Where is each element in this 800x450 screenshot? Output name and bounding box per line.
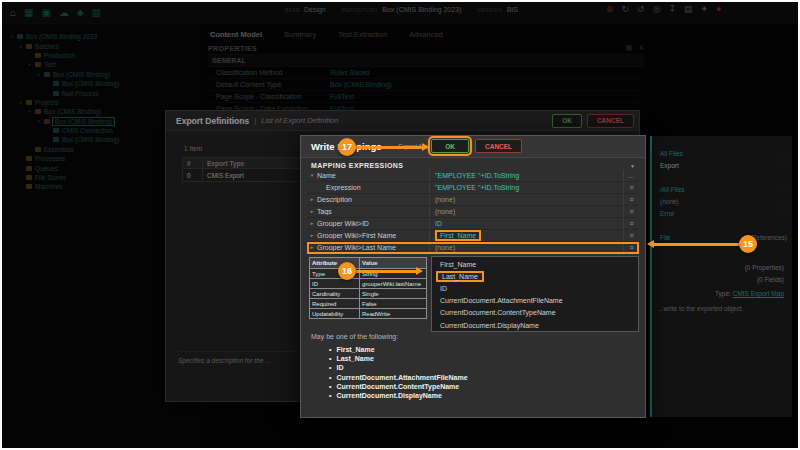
- ellipsis-icon[interactable]: …: [623, 170, 639, 181]
- help-item: CurrentDocument.AttachmentFileName: [329, 373, 468, 382]
- mapping-row-expression[interactable]: Expression "EMPLOYEE "+ID.ToString ≡: [307, 182, 639, 194]
- attribute-grid-row: Cardinality Single: [310, 288, 426, 298]
- attribute-grid-row: Required False: [310, 298, 426, 308]
- menu-icon[interactable]: ≡: [623, 230, 639, 241]
- expander-icon[interactable]: ►: [307, 245, 317, 250]
- help-item: CurrentDocument.ContentTypeName: [329, 382, 468, 391]
- callout-15-arrow: [654, 243, 739, 246]
- attribute-grid-header: Attribute Value: [310, 258, 426, 268]
- callout-16-arrowhead: [416, 267, 423, 275]
- help-item: First_Name: [329, 345, 468, 354]
- callout-15-arrowhead: [647, 240, 654, 248]
- mapping-value[interactable]: (none): [435, 208, 455, 215]
- grid-cell: grooperWiki.lastName: [360, 279, 426, 288]
- help-item: Last_Name: [329, 354, 468, 363]
- dropdown-item-label: CurrentDocument.ContentTypeName: [440, 309, 556, 316]
- callout-16-arrow: [356, 270, 416, 273]
- dropdown-item[interactable]: CurrentDocument.AttachmentFileName: [432, 295, 638, 307]
- dropdown-item-label: CurrentDocument.AttachmentFileName: [440, 297, 563, 304]
- mapping-label: Expression: [317, 184, 429, 191]
- mapping-label: Name: [317, 172, 429, 179]
- mapping-expressions-header[interactable]: MAPPING EXPRESSIONS ▼: [311, 162, 635, 169]
- grid-cell: Single: [360, 289, 426, 298]
- mapping-label: Grooper Wiki>First Name: [317, 232, 429, 239]
- mapping-row-description[interactable]: ► Description (none) ≡: [307, 194, 639, 206]
- grooper-window: ⌂ ▦ ▣ ☁ ♣ ▥ BASE Design REPOSITORY Box (…: [0, 0, 800, 450]
- dropdown-item-label: First_Name: [440, 261, 476, 268]
- dropdown-item[interactable]: CurrentDocument.ContentTypeName: [432, 307, 638, 319]
- mapping-row-first-name[interactable]: ► Grooper Wiki>First Name First_Name ≡: [307, 230, 639, 242]
- dropdown-item-label: ID: [440, 285, 447, 292]
- mapping-value[interactable]: "EMPLOYEE "+ID.ToString: [435, 172, 519, 179]
- expander-icon[interactable]: ►: [307, 233, 317, 238]
- mapping-row-tags[interactable]: ► Tags (none) ≡: [307, 206, 639, 218]
- mapping-value[interactable]: ID: [435, 220, 442, 227]
- grid-cell: ReadWrite: [360, 309, 426, 318]
- mapping-label: Tags: [317, 208, 429, 215]
- menu-icon[interactable]: ≡: [623, 194, 639, 205]
- dropdown-item[interactable]: CurrentDocument.DisplayName: [432, 319, 638, 331]
- section-title: MAPPING EXPRESSIONS: [311, 162, 403, 169]
- help-list: First_Name Last_Name ID CurrentDocument.…: [329, 345, 468, 400]
- expander-icon[interactable]: ►: [307, 221, 317, 226]
- menu-icon[interactable]: ≡: [623, 242, 639, 253]
- menu-icon[interactable]: ≡: [623, 218, 639, 229]
- callout-15: 15: [739, 235, 757, 253]
- mapping-label: Grooper Wiki>ID: [317, 220, 429, 227]
- grid-cell: False: [360, 299, 426, 308]
- mapping-label: Description: [317, 196, 429, 203]
- callout-17: 17: [338, 138, 356, 156]
- callout-16: 16: [338, 262, 356, 280]
- attribute-grid-row: ID grooperWiki.lastName: [310, 278, 426, 288]
- mapping-value-dropdown[interactable]: (none): [435, 244, 455, 251]
- write-ok-button[interactable]: OK: [431, 139, 469, 153]
- expander-icon[interactable]: ▼: [307, 173, 317, 178]
- grid-cell: Updatability: [310, 309, 360, 318]
- mapping-row-last-name[interactable]: ► Grooper Wiki>Last Name (none) ≡: [307, 242, 639, 254]
- help-item: CurrentDocument.DisplayName: [329, 391, 468, 400]
- mapping-value-highlighted[interactable]: First_Name: [435, 230, 481, 241]
- attribute-grid: Attribute Value Type String ID grooperWi…: [309, 257, 427, 319]
- mapping-label: Grooper Wiki>Last Name: [317, 244, 429, 251]
- dropdown-item-label: CurrentDocument.DisplayName: [440, 322, 539, 329]
- help-item: ID: [329, 363, 468, 372]
- grid-cell: ID: [310, 279, 360, 288]
- dropdown-item-last-name[interactable]: Last_Name: [432, 270, 638, 282]
- grid-cell: Required: [310, 299, 360, 308]
- mapping-row-id[interactable]: ► Grooper Wiki>ID ID ≡: [307, 218, 639, 230]
- menu-icon[interactable]: ≡: [623, 206, 639, 217]
- expander-icon[interactable]: ►: [307, 209, 317, 214]
- mapping-grid: ▼ Name "EMPLOYEE "+ID.ToString … Express…: [307, 170, 639, 254]
- dropdown-item-label-highlighted: Last_Name: [436, 271, 484, 282]
- value-dropdown-list: First_Name Last_Name ID CurrentDocument.…: [431, 256, 639, 332]
- grid-cell: Cardinality: [310, 289, 360, 298]
- menu-icon[interactable]: ≡: [623, 182, 639, 193]
- callout-17-arrow: [356, 146, 422, 149]
- dropdown-item[interactable]: First_Name: [432, 258, 638, 270]
- attribute-grid-row: Updatability ReadWrite: [310, 308, 426, 318]
- mapping-row-name[interactable]: ▼ Name "EMPLOYEE "+ID.ToString …: [307, 170, 639, 182]
- write-cancel-button[interactable]: CANCEL: [475, 139, 522, 153]
- callout-17-arrowhead: [422, 143, 429, 151]
- help-intro-text: May be one of the following:: [311, 333, 398, 340]
- chevron-down-icon[interactable]: ▼: [630, 163, 635, 169]
- mapping-value[interactable]: "EMPLOYEE "+ID.ToString: [435, 184, 519, 191]
- expander-icon[interactable]: ►: [307, 197, 317, 202]
- dropdown-item[interactable]: ID: [432, 282, 638, 294]
- mapping-value[interactable]: (none): [435, 196, 455, 203]
